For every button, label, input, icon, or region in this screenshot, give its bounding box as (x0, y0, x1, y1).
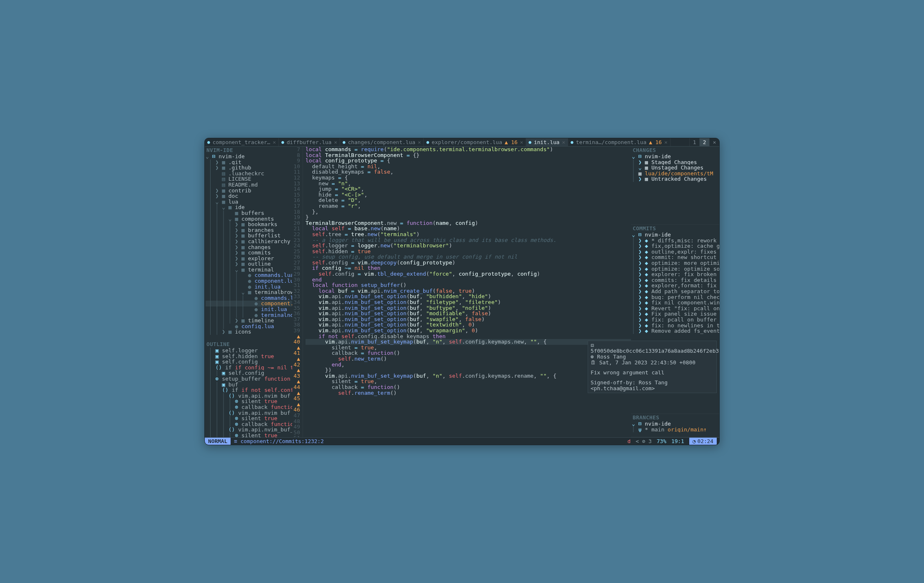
tree-item[interactable]: │ │ ⌄ ■ ide (206, 204, 292, 210)
outline-item[interactable]: │ │ ▣ self.config (206, 370, 292, 376)
code-line[interactable]: new = "n", (306, 181, 631, 187)
tab-5[interactable]: ●termina…/component.lua▲ 16× (568, 138, 671, 146)
branches-tree[interactable]: ⌄ ⊟ nvim-ide │ ψ * main origin/main↑ (631, 421, 719, 434)
tree-item[interactable]: │ │ │ │ │ │ ● component.lua (206, 301, 292, 306)
code-line[interactable]: }) (306, 367, 631, 373)
code-line[interactable]: local commands = require("ide.components… (306, 147, 631, 152)
code-line[interactable]: local TerminalBrowserComponent = {} (306, 152, 631, 158)
tree-item[interactable]: │ │ ❯ ■ icons (206, 329, 292, 335)
tree-item[interactable]: │ ❯ ■ .github (206, 165, 292, 171)
tree-item[interactable]: │ │ │ │ │ │ ● init.lua (206, 306, 292, 312)
changes-item[interactable]: │ ⌄ ■ Unstaged Changes (632, 165, 719, 171)
code-line[interactable]: callback = function() (306, 350, 631, 356)
outline-item[interactable]: │ │ │ │ ⊗ callback functio (206, 404, 292, 410)
outline-item[interactable]: │ () if if config ~= nil th (206, 365, 292, 371)
code-line[interactable]: vim.api.nvim_buf_set_option(buf, "modifi… (306, 311, 631, 316)
code-line[interactable]: vim.api.nvim_buf_set_option(buf, "bufhid… (306, 294, 631, 299)
tree-item[interactable]: │ │ │ ● config.lua (206, 324, 292, 329)
tree-item[interactable]: │ │ │ │ │ ⌄ ■ terminalbrowser (206, 289, 292, 295)
commit-item[interactable]: │ ❯ ◆ commits: fix details not (632, 277, 719, 283)
commit-item[interactable]: │ ❯ ◆ outline,explr: fixes exp (632, 249, 719, 255)
code-line[interactable]: callback = function() (306, 384, 631, 390)
code-line[interactable]: vim.api.nvim_buf_set_option(buf, "textwi… (306, 322, 631, 328)
code-line[interactable]: jump = "<CR>", (306, 186, 631, 192)
tree-item[interactable]: │ │ │ │ ❯ ■ timeline (206, 318, 292, 324)
tree-item[interactable]: │ │ │ │ ❯ ■ bufferlist (206, 233, 292, 239)
tree-item[interactable]: │ │ │ │ │ ● component.lua (206, 278, 292, 284)
code-line[interactable]: self.tree = tree.new("terminals") (306, 232, 631, 237)
tree-item[interactable]: │ │ │ │ │ ● commands.lua (206, 272, 292, 278)
commit-item[interactable]: │ ❯ ◆ explorer: fix broken fil (632, 272, 719, 277)
code-line[interactable]: self.hidden = true (306, 249, 631, 254)
commit-item[interactable]: │ ❯ ◆ fix: pcall on buffer tru (632, 317, 719, 323)
code-line[interactable]: if not self.config.disable_keymaps then (306, 334, 631, 339)
tree-item[interactable]: │ ❯ ■ .git (206, 159, 292, 165)
code-line[interactable]: TerminalBrowserComponent.new = function(… (306, 220, 631, 226)
code-line[interactable]: default_height = nil, (306, 164, 631, 169)
close-icon[interactable]: × (334, 139, 338, 145)
tree-item[interactable]: │ ❯ ■ contrib (206, 188, 292, 194)
tree-item[interactable]: │ │ │ │ │ ● init.lua (206, 284, 292, 290)
tree-item[interactable]: │ │ │ │ ❯ ■ branches (206, 227, 292, 233)
tree-item[interactable]: │ │ │ │ │ │ ● commands.lua (206, 295, 292, 301)
commit-item[interactable]: │ ❯ ◆ optimize: optimize some (632, 266, 719, 272)
code-line[interactable]: -- seup config, use default and merge in… (306, 254, 631, 260)
code-line[interactable]: vim.api.nvim_buf_set_option(buf, "filety… (306, 299, 631, 305)
tab-4[interactable]: ●init.lua× (526, 138, 568, 146)
code-line[interactable]: self.logger = logger.new("terminalbrowse… (306, 243, 631, 249)
code-line[interactable]: local self = base.new(name) (306, 226, 631, 232)
outline-item[interactable]: │ │ │ () vim.api.nvim_buf_s (206, 410, 292, 416)
outline-item[interactable]: │ │ │ │ ⊗ silent true (206, 416, 292, 421)
tree-item[interactable]: │ ▤ .luacheckrc (206, 171, 292, 177)
code-line[interactable]: vim.api.nvim_buf_set_option(buf, "wrapma… (306, 328, 631, 334)
tree-item[interactable]: │ ▤ LICENSE (206, 176, 292, 182)
code-line[interactable]: disabled_keymaps = false, (306, 169, 631, 175)
outline-item[interactable]: │ │ () if if not self.confi (206, 387, 292, 393)
commit-item[interactable]: │ ❯ ◆ explorer,format: fix exp (632, 283, 719, 289)
tab-1[interactable]: ●diffbuffer.lua× (279, 138, 340, 146)
code-editor[interactable]: local commands = require("ide.components… (303, 147, 631, 437)
code-line[interactable]: vim.api.nvim_buf_set_option(buf, "buftyp… (306, 305, 631, 311)
commit-item[interactable]: │ ❯ ◆ optimize: more optimizat (632, 260, 719, 266)
commit-item[interactable]: │ ❯ ◆ * diffs,misc: rework and (632, 238, 719, 244)
code-line[interactable]: end, (306, 362, 631, 368)
code-line[interactable]: silent = true, (306, 345, 631, 351)
branch-item[interactable]: │ ψ * main origin/main↑ (632, 427, 719, 433)
tree-item[interactable]: │ ❯ ■ doc (206, 193, 292, 199)
code-line[interactable]: hide = "<C-[>", (306, 192, 631, 198)
commit-item[interactable]: │ ❯ ◆ fix: no newlines in tree (632, 323, 719, 329)
commits-list[interactable]: ⌄ ⊟ nvim-ide│ ❯ ◆ * diffs,misc: rework a… (631, 232, 719, 336)
outline-item[interactable]: │ ▣ self.config (206, 359, 292, 365)
tree-item[interactable]: │ │ │ │ ❯ ■ commits (206, 250, 292, 256)
tree-item[interactable]: │ ▤ README.md (206, 182, 292, 188)
close-icon[interactable]: × (664, 139, 668, 145)
code-line[interactable]: -- a logger that will be used across thi… (306, 237, 631, 243)
code-line[interactable]: }, (306, 209, 631, 215)
code-line[interactable]: vim.api.nvim_buf_set_keymap(buf, "n", se… (306, 373, 631, 379)
tree-item[interactable]: │ │ │ ■ buffers (206, 210, 292, 216)
commit-item[interactable]: │ ❯ ◆ Revert "fix: pcall on bu (632, 306, 719, 311)
tab-3[interactable]: ●explorer/component.lua▲ 16× (424, 138, 526, 146)
tree-item[interactable]: │ │ │ │ ❯ ■ outline (206, 261, 292, 267)
changes-tree[interactable]: ⌄ ⊟ nvim-ide│ ❯ ■ Staged Changes│ ⌄ ■ Un… (631, 154, 719, 184)
commit-item[interactable]: │ ❯ ◆ Fix panel size issue and (632, 311, 719, 317)
tab-2[interactable]: ●changes/component.lua× (340, 138, 424, 146)
close-icon[interactable]: × (418, 139, 421, 145)
outline-item[interactable]: │ │ │ () vim.api.nvim_buf_s (206, 393, 292, 399)
close-icon[interactable]: × (562, 139, 565, 145)
commit-item[interactable]: │ ❯ ◆ fix,optimize: cache git (632, 243, 719, 249)
changes-item[interactable]: │ ❯ ■ Untracked Changes (632, 176, 719, 182)
tree-item[interactable]: │ │ │ │ ❯ ■ bookmarks (206, 222, 292, 227)
close-icon[interactable]: × (273, 139, 276, 145)
outline-item[interactable]: │ │ │ () vim.api.nvim_buf_s (206, 427, 292, 433)
outline-item[interactable]: │ │ │ │ ⊗ callback functio (206, 421, 292, 427)
split-2[interactable]: 2 (699, 138, 709, 146)
code-line[interactable]: silent = true, (306, 379, 631, 384)
tree-item[interactable]: │ │ │ │ │ │ ● terminalnode. (206, 312, 292, 318)
tree-item[interactable]: │ │ │ │ ⌄ ■ terminal (206, 267, 292, 273)
outline-item[interactable]: │ │ ▣ buf (206, 382, 292, 388)
code-line[interactable]: self.config = vim.deepcopy(config_protot… (306, 260, 631, 266)
code-line[interactable]: if config ~= nil then (306, 265, 631, 271)
code-line[interactable]: local buf = vim.api.nvim_create_buf(fals… (306, 288, 631, 294)
code-line[interactable]: delete = "D", (306, 197, 631, 203)
